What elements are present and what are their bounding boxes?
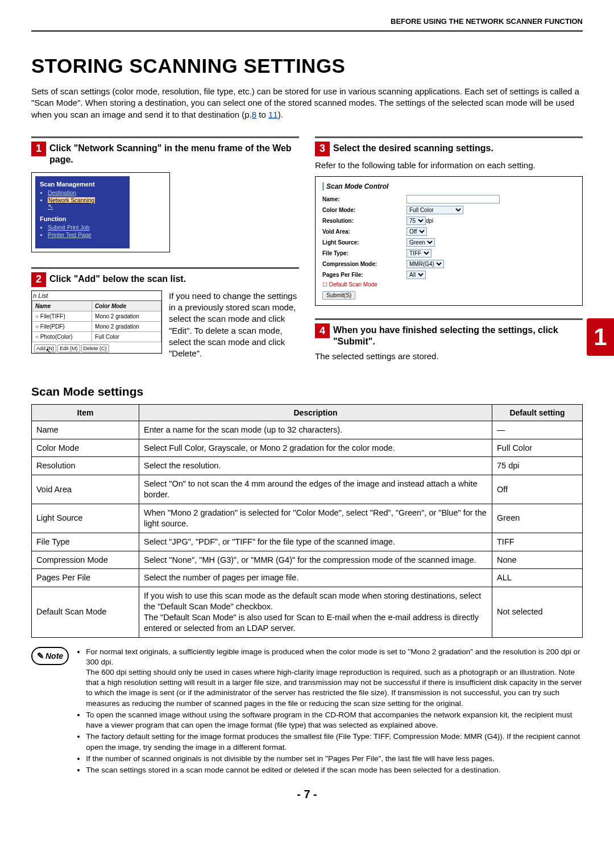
- note-item: For normal text originals, a sufficientl…: [86, 647, 583, 709]
- ss3-light-label: Light Source:: [322, 239, 406, 246]
- td-description: Select "None", "MH (G3)", or "MMR (G4)" …: [139, 551, 492, 569]
- step-number-2: 2: [31, 272, 46, 287]
- ss2-r3-mode: Full Color: [92, 331, 161, 342]
- step-2-title: Click "Add" below the scan list.: [49, 273, 186, 285]
- ss1-function: Function: [40, 215, 125, 222]
- step-3-body: Refer to the following table for informa…: [315, 160, 583, 171]
- cursor-icon: ↖: [48, 202, 53, 210]
- table-row: Color ModeSelect Full Color, Grayscale, …: [32, 439, 583, 457]
- td-item: Compression Mode: [32, 551, 139, 569]
- ss3-color-label: Color Mode:: [322, 207, 406, 213]
- step-number-1: 1: [31, 142, 46, 156]
- chapter-tab: 1: [587, 318, 614, 356]
- td-default: —: [492, 421, 583, 439]
- step-2-body: If you need to change the settings in a …: [169, 290, 299, 360]
- ss3-res-select: 75: [406, 217, 426, 225]
- intro-text-1: Sets of scan settings (color mode, resol…: [31, 86, 579, 119]
- th-description: Description: [139, 404, 492, 421]
- page-link-11[interactable]: 11: [268, 110, 278, 119]
- ss3-default-checkbox: ☐ Default Scan Mode: [322, 281, 575, 288]
- ss2-th-name: Name: [32, 301, 92, 311]
- ss3-comp-label: Compression Mode:: [322, 261, 406, 267]
- td-description: Enter a name for the scan mode (up to 32…: [139, 421, 492, 439]
- ss2-r1-name: ○ File(TIFF): [32, 311, 92, 321]
- settings-table: Item Description Default setting NameEnt…: [31, 404, 583, 638]
- td-item: Pages Per File: [32, 569, 139, 587]
- td-default: None: [492, 551, 583, 569]
- note-item: If the number of scanned originals is no…: [86, 754, 583, 764]
- td-default: Green: [492, 504, 583, 533]
- td-default: Full Color: [492, 439, 583, 457]
- ss1-network-scanning: Network Scanning: [48, 197, 95, 203]
- ss3-file-label: File Type:: [322, 250, 406, 256]
- ss1-scan-management: Scan Management: [40, 181, 125, 188]
- ss2-r2-name: ○ File(PDF): [32, 321, 92, 331]
- ss3-name-input: [406, 195, 500, 203]
- screenshot-list: n List NameColor Mode ○ File(TIFF)Mono 2…: [31, 290, 162, 354]
- running-header: BEFORE USING THE NETWORK SCANNER FUNCTIO…: [31, 17, 583, 32]
- td-item: Light Source: [32, 504, 139, 533]
- intro-end: ).: [278, 110, 283, 119]
- ss3-name-label: Name:: [322, 196, 406, 202]
- ss3-res-unit: dpi: [426, 218, 433, 224]
- ss2-edit-button: Edit (M): [57, 344, 80, 352]
- td-description: Select "JPG", "PDF", or "TIFF" for the f…: [139, 533, 492, 551]
- table-row: File TypeSelect "JPG", "PDF", or "TIFF" …: [32, 533, 583, 551]
- ss3-pages-label: Pages Per File:: [322, 272, 406, 278]
- ss2-th-mode: Color Mode: [92, 301, 161, 311]
- td-default: 75 dpi: [492, 457, 583, 475]
- table-row: Pages Per FileSelect the number of pages…: [32, 569, 583, 587]
- page-number: - 7 -: [31, 788, 583, 801]
- ss3-file-select: TIFF: [406, 249, 432, 258]
- table-row: Light SourceWhen "Mono 2 gradation" is s…: [32, 504, 583, 533]
- note-item: To open the scanned image without using …: [86, 710, 583, 730]
- td-item: File Type: [32, 533, 139, 551]
- td-description: When "Mono 2 gradation" is selected for …: [139, 504, 492, 533]
- ss3-res-label: Resolution:: [322, 218, 406, 224]
- note-item: The scan settings stored in a scan mode …: [86, 765, 583, 775]
- td-item: Name: [32, 421, 139, 439]
- step-4-body: The selected settings are stored.: [315, 351, 583, 362]
- td-default: Not selected: [492, 587, 583, 637]
- td-default: ALL: [492, 569, 583, 587]
- intro-to: to: [256, 110, 268, 119]
- note-item: The factory default setting for the imag…: [86, 732, 583, 752]
- step-number-4: 4: [315, 323, 330, 338]
- ss1-printer-test-page: Printer Test Page: [48, 232, 92, 238]
- step-3-title: Select the desired scanning settings.: [333, 143, 493, 154]
- ss3-light-select: Green: [406, 238, 435, 247]
- screenshot-menu: Scan Management Destination Network Scan…: [31, 172, 170, 252]
- td-item: Default Scan Mode: [32, 587, 139, 637]
- ss1-submit-print-job: Submit Print Job: [48, 225, 89, 231]
- step-number-3: 3: [315, 142, 330, 156]
- ss3-title: Scan Mode Control: [322, 182, 575, 190]
- td-description: Select the number of pages per image fil…: [139, 569, 492, 587]
- ss2-delete-button: Delete (C): [81, 344, 109, 352]
- table-row: ResolutionSelect the resolution.75 dpi: [32, 457, 583, 475]
- td-description: If you wish to use this scan mode as the…: [139, 587, 492, 637]
- td-item: Color Mode: [32, 439, 139, 457]
- ss2-r3-name: ○ Photo(Color): [32, 331, 92, 342]
- td-description: Select Full Color, Grayscale, or Mono 2 …: [139, 439, 492, 457]
- ss3-void-select: Off: [406, 227, 427, 236]
- step-4-title: When you have finished selecting the set…: [333, 325, 583, 347]
- td-default: Off: [492, 475, 583, 504]
- ss3-comp-select: MMR(G4): [406, 260, 444, 268]
- ss1-destination: Destination: [48, 190, 76, 196]
- ss2-r1-mode: Mono 2 gradation: [92, 311, 161, 321]
- note-content: For normal text originals, a sufficientl…: [77, 647, 583, 777]
- step-1-title: Click "Network Scanning" in the menu fra…: [49, 143, 299, 165]
- ss3-void-label: Void Area:: [322, 229, 406, 235]
- page-link-8[interactable]: 8: [252, 110, 256, 119]
- td-item: Void Area: [32, 475, 139, 504]
- table-row: NameEnter a name for the scan mode (up t…: [32, 421, 583, 439]
- ss2-r2-mode: Mono 2 gradation: [92, 321, 161, 331]
- ss3-submit-button: Submit(S): [322, 291, 355, 300]
- th-default: Default setting: [492, 404, 583, 421]
- scan-mode-settings-heading: Scan Mode settings: [31, 385, 583, 398]
- td-description: Select "On" to not scan the 4 mm around …: [139, 475, 492, 504]
- td-item: Resolution: [32, 457, 139, 475]
- td-default: TIFF: [492, 533, 583, 551]
- table-row: Default Scan ModeIf you wish to use this…: [32, 587, 583, 637]
- th-item: Item: [32, 404, 139, 421]
